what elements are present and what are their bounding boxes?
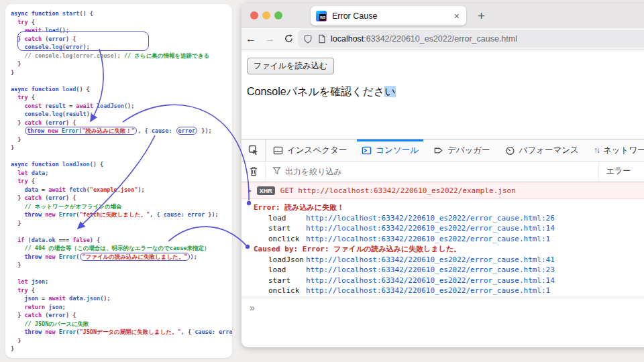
code-line: } <box>11 219 232 228</box>
tab-close-icon[interactable]: × <box>453 11 461 21</box>
devtools-tabbar: インスペクター コンソール デバッガー パフォーマンス ↑↓ ネットワーク <box>241 139 644 162</box>
new-tab-button[interactable]: + <box>478 6 485 25</box>
annotation-inline-box: "ファイルの読み込みに失敗しました。" <box>80 253 189 261</box>
code-line: try { <box>11 177 232 186</box>
back-button[interactable]: ← <box>241 33 260 45</box>
stack-frame-row: loadhttp://localhost:63342/220610_es2022… <box>241 265 644 276</box>
clear-console-button[interactable] <box>241 162 266 181</box>
code-line: } <box>11 337 232 345</box>
code-line: if (data.ok === false) { <box>11 236 232 245</box>
stack-frame-link[interactable]: http://localhost:63342/220610_es2022/err… <box>306 255 555 264</box>
console-filter-input[interactable] <box>285 167 598 176</box>
browser-titlebar: WS Error Cause × + <box>241 3 644 27</box>
console-toolbar: エラー 警告 <box>241 162 644 182</box>
inspector-icon <box>273 145 283 156</box>
code-line: let data; <box>11 169 232 178</box>
url-host: localhost <box>331 34 364 44</box>
browser-navbar: ← → localhost:63342/220610_es2022/error_… <box>241 27 644 50</box>
window-close-button[interactable] <box>250 11 258 19</box>
code-line: try { <box>11 286 232 295</box>
code-line: } catch (error) { <box>11 119 232 127</box>
tab-network-label: ネットワーク <box>603 145 644 156</box>
stack-frame-function: start <box>268 276 306 286</box>
url-bar[interactable]: localhost:63342/220610_es2022/error_caus… <box>298 30 644 48</box>
code-line: } catch (error) { <box>11 194 232 202</box>
stack-frame-link[interactable]: http://localhost:63342/220610_es2022/err… <box>306 224 555 233</box>
network-icon: ↑↓ <box>594 145 599 155</box>
code-line: } catch (error) { <box>11 35 232 44</box>
code-line: } catch (error) { <box>11 311 232 320</box>
code-line: let json; <box>11 278 232 286</box>
webstorm-favicon: WS <box>316 11 327 21</box>
code-line: data = await fetch("example.json"); <box>11 186 232 194</box>
console-prompt-icon: » <box>250 302 255 313</box>
xhr-log-row[interactable]: ▶ XHR GET http://localhost:63342/220610_… <box>241 182 644 199</box>
code-lines: async function start() { try { await loa… <box>11 9 232 353</box>
page-message-text: Consoleパネルを確認くださ <box>247 86 384 97</box>
performance-icon <box>505 145 515 156</box>
code-line: } <box>11 68 232 77</box>
stack-frame-link[interactable]: http://localhost:63342/220610_es2022/err… <box>306 235 550 243</box>
filter-errors-toggle[interactable]: エラー <box>603 166 633 177</box>
code-line: console.log(error); <box>11 43 232 52</box>
xhr-badge: XHR <box>257 186 275 195</box>
devtools-panel: インスペクター コンソール デバッガー パフォーマンス ↑↓ ネットワーク <box>241 139 644 347</box>
code-editor-panel: async function start() { try { await loa… <box>5 4 232 358</box>
tab-network[interactable]: ↑↓ ネットワーク <box>586 139 644 161</box>
url-path: :63342/220610_es2022/error_cause.html <box>364 34 517 44</box>
element-picker-button[interactable] <box>241 139 266 161</box>
disclosure-triangle-icon[interactable]: ▶ <box>248 188 252 194</box>
window-zoom-button[interactable] <box>274 11 282 19</box>
code-line: const result = await loadJson(); <box>11 102 232 111</box>
stack-frame-row: loadJsonhttp://localhost:63342/220610_es… <box>241 255 644 265</box>
page-message-selected-text: い <box>384 86 395 97</box>
code-line <box>11 269 232 278</box>
code-line: throw new Error("JSONデータの展開に失敗しました。", { … <box>11 328 232 337</box>
page-message: Consoleパネルを確認ください <box>247 85 644 99</box>
stack-frame-link[interactable]: http://localhost:63342/220610_es2022/err… <box>306 276 555 285</box>
code-line: } <box>11 261 232 269</box>
debugger-icon <box>433 145 443 156</box>
browser-tab[interactable]: WS Error Cause × <box>311 6 466 25</box>
console-input-row[interactable]: » <box>241 298 644 347</box>
annotation-inline-box: error <box>176 127 198 135</box>
console-error-title: Error: 読み込みに失敗！ <box>241 202 644 213</box>
tab-performance[interactable]: パフォーマンス <box>498 139 586 161</box>
stack-frame-link[interactable]: http://localhost:63342/220610_es2022/err… <box>306 265 555 274</box>
stack-frame-row: onclickhttp://localhost:63342/220610_es2… <box>241 286 644 296</box>
console-icon <box>362 145 372 156</box>
tab-debugger[interactable]: デバッガー <box>426 139 498 161</box>
stack-frame-row: onclickhttp://localhost:63342/220610_es2… <box>241 234 644 245</box>
shield-icon <box>303 34 313 44</box>
stack-frame-row: loadhttp://localhost:63342/220610_es2022… <box>241 213 644 224</box>
stack-frame-function: start <box>268 223 306 234</box>
code-line: json = await data.json(); <box>11 294 232 303</box>
load-file-button[interactable]: ファイルを読み込む <box>247 58 334 74</box>
code-line: // JSONのパースに失敗 <box>11 320 232 328</box>
filter-icon <box>272 166 281 178</box>
code-line: console.log(result); <box>11 110 232 119</box>
stack-frame-function: loadJson <box>268 255 306 265</box>
reload-button[interactable] <box>279 34 298 44</box>
window-minimize-button[interactable] <box>262 11 270 19</box>
tab-console-label: コンソール <box>376 145 419 156</box>
tab-performance-label: パフォーマンス <box>519 145 579 156</box>
tab-console[interactable]: コンソール <box>354 139 426 161</box>
stack-frame-link[interactable]: http://localhost:63342/220610_es2022/err… <box>306 286 550 295</box>
code-line: } <box>11 135 232 144</box>
code-line: return json; <box>11 303 232 312</box>
code-line: throw new Error("読み込みに失敗！", { cause: err… <box>11 127 232 135</box>
tab-inspector[interactable]: インスペクター <box>266 139 354 161</box>
code-line: async function load() { <box>11 85 232 94</box>
stack-frame-link[interactable]: http://localhost:63342/220610_es2022/err… <box>306 214 555 223</box>
code-line: // ネットワークがオフラインの場合 <box>11 202 232 211</box>
code-line: async function start() { <box>11 9 232 18</box>
code-line: try { <box>11 18 232 27</box>
forward-button[interactable]: → <box>260 33 279 45</box>
code-line: throw new Error("ファイルの読み込みに失敗しました。"); <box>11 253 232 261</box>
tab-debugger-label: デバッガー <box>447 145 490 156</box>
page-icon <box>317 34 326 44</box>
browser-window: WS Error Cause × + ← → localhost:63342/2… <box>241 3 644 347</box>
xhr-request-text: GET http://localhost:63342/220610_es2022… <box>280 186 516 195</box>
console-output: ▶ XHR GET http://localhost:63342/220610_… <box>241 182 644 298</box>
